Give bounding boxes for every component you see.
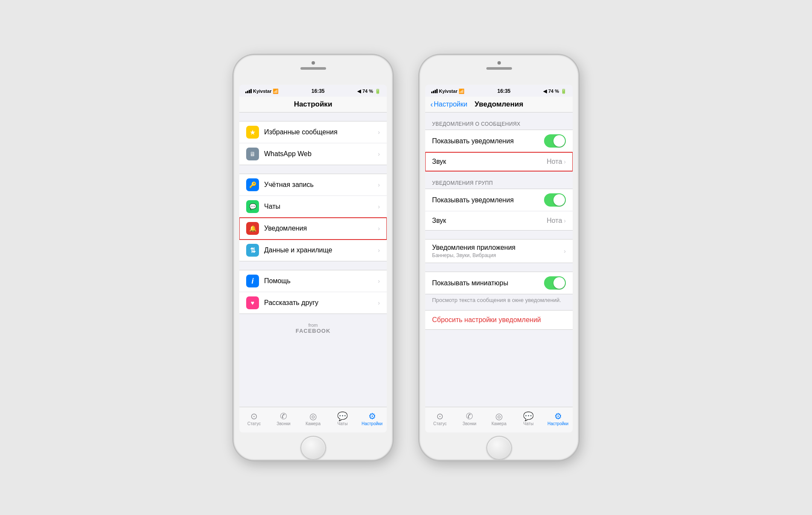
section-2-2: УВЕДОМЛЕНИЯ ГРУПП Показывать уведомления… [425,180,573,231]
chevron-help: › [378,278,380,284]
camera-dot-1 [312,61,315,65]
chevron-group-sound: › [564,217,566,224]
data-icon: ⇅ [246,244,259,257]
list-group-1-1: ★ Избранные сообщения › 🖥 WhatsApp Web › [239,121,387,165]
list-item-whatsapp-web[interactable]: 🖥 WhatsApp Web › [239,143,387,165]
time-1: 16:35 [312,88,325,94]
tab-camera-2[interactable]: ◎ Камера [484,410,514,428]
tab-status-label-2: Статус [433,421,447,426]
tab-status-label-1: Статус [247,421,261,426]
item-label-data: Данные и хранилище [264,246,378,254]
list-item-help[interactable]: i Помощь › [239,270,387,292]
section-label-group: УВЕДОМЛЕНИЯ ГРУПП [425,180,573,189]
chevron-starred: › [378,129,380,136]
tab-chats-1[interactable]: 💬 Чаты [328,410,357,428]
toggle-thumbnails[interactable] [544,276,566,290]
fb-from: from [239,323,387,328]
section-1-2: 🔑 Учётная запись › 💬 Чаты › 🔔 Уведомлени… [239,174,387,261]
tab-settings-label-1: Настройки [362,421,382,426]
back-chevron-icon: ‹ [430,100,433,109]
list-item-app-notif[interactable]: Уведомления приложения Баннеры, Звуки, В… [425,240,573,263]
tab-camera-label-1: Камера [306,421,321,426]
wifi-icon-2: 📶 [459,89,465,94]
tab-chats-2[interactable]: 💬 Чаты [514,410,543,428]
settings-tab-icon-1: ⚙ [368,412,376,420]
item-label-invite: Рассказать другу [264,299,378,307]
chevron-app-notif: › [564,248,566,255]
nav-bar-2: ‹ Настройки Уведомления [425,97,573,112]
list-item-starred[interactable]: ★ Избранные сообщения › [239,121,387,143]
tab-settings-2[interactable]: ⚙ Настройки [543,410,573,428]
carrier-2: Kyivstar [439,89,457,94]
list-group-2-4: Показывать миниатюры [425,272,573,294]
wifi-icon-1: 📶 [273,89,279,94]
list-item-invite[interactable]: ♥ Рассказать другу › [239,292,387,314]
calls-tab-icon-2: ✆ [466,412,473,420]
battery-icon-2: 🔋 [561,89,567,94]
phone-screen-1: Kyivstar 📶 16:35 ◀ 74 % 🔋 Настройки ★ Из… [239,85,387,432]
time-2: 16:35 [497,88,511,94]
thumbnail-description: Просмотр текста сообщения в окне уведомл… [425,294,573,310]
battery-1: 74 % [362,89,373,94]
section-2-1: УВЕДОМЛЕНИЯ О СООБЩЕНИЯХ Показывать увед… [425,121,573,172]
list-item-thumbnails[interactable]: Показывать миниатюры [425,272,573,294]
list-item-account[interactable]: 🔑 Учётная запись › [239,174,387,196]
nav-back-button[interactable]: ‹ Настройки [430,100,467,109]
list-item-chats[interactable]: 💬 Чаты › [239,196,387,218]
section-1-1: ★ Избранные сообщения › 🖥 WhatsApp Web › [239,121,387,165]
tab-settings-1[interactable]: ⚙ Настройки [357,410,387,428]
list-item-data[interactable]: ⇅ Данные и хранилище › [239,240,387,261]
section-1-3: i Помощь › ♥ Рассказать другу › [239,270,387,314]
settings-tab-icon-2: ⚙ [554,412,562,420]
chats-tab-icon-1: 💬 [337,412,348,420]
tab-bar-2: ⊙ Статус ✆ Звонки ◎ Камера 💬 Чаты ⚙ Наст… [425,407,573,432]
list-group-1-3: i Помощь › ♥ Рассказать другу › [239,270,387,314]
home-button-1[interactable] [300,436,326,460]
list-item-sound[interactable]: Звук Нота › [425,152,573,171]
fb-brand: FACEBOOK [239,328,387,334]
tab-settings-label-2: Настройки [547,421,568,426]
tab-calls-1[interactable]: ✆ Звонки [269,410,298,428]
battery-icon-1: 🔋 [375,89,381,94]
chevron-whatsapp-web: › [378,151,380,157]
tab-status-2[interactable]: ⊙ Статус [425,410,455,428]
item-label-starred: Избранные сообщения [264,128,378,136]
tab-status-1[interactable]: ⊙ Статус [239,410,269,428]
status-right-2: ◀ 74 % 🔋 [543,89,567,94]
status-left-1: Kyivstar 📶 [245,89,279,94]
heart-icon: ♥ [246,296,259,309]
item-label-show-group-notif: Показывать уведомления [432,196,544,204]
list-item-show-group-notif[interactable]: Показывать уведомления [425,189,573,211]
item-label-group-sound: Звук [432,217,547,225]
content-2: УВЕДОМЛЕНИЯ О СООБЩЕНИЯХ Показывать увед… [425,112,573,407]
nav-title-1: Настройки [294,100,332,109]
item-label-whatsapp-web: WhatsApp Web [264,150,378,158]
list-item-notifications[interactable]: 🔔 Уведомления › [239,218,387,240]
toggle-show-group-notif[interactable] [544,193,566,207]
status-tab-icon-1: ⊙ [250,412,258,420]
speaker-2 [486,67,512,70]
tab-calls-2[interactable]: ✆ Звонки [455,410,484,428]
toggle-show-notif[interactable] [544,134,566,148]
list-item-group-sound[interactable]: Звук Нота › [425,211,573,230]
home-button-2[interactable] [486,436,512,460]
list-group-2-1: Показывать уведомления Звук Нота › [425,130,573,172]
phone-2: Kyivstar 📶 16:35 ◀ 74 % 🔋 ‹ Настройки Ув… [419,54,579,461]
tab-camera-1[interactable]: ◎ Камера [298,410,328,428]
status-right-1: ◀ 74 % 🔋 [357,89,381,94]
chat-icon: 💬 [246,200,259,213]
status-bar-2: Kyivstar 📶 16:35 ◀ 74 % 🔋 [425,85,573,97]
signal-bars-2 [431,89,438,93]
thumbnail-desc-text: Просмотр текста сообщения в окне уведомл… [432,297,561,303]
tab-chats-label-2: Чаты [524,421,534,426]
item-label-show-notif: Показывать уведомления [432,137,544,145]
list-group-2-5: Сбросить настройки уведомлений [425,310,573,330]
chevron-chats: › [378,203,380,210]
calls-tab-icon-1: ✆ [280,412,287,420]
chevron-account: › [378,181,380,188]
phone-top-1 [234,55,392,70]
item-label-sound: Звук [432,158,547,166]
toggle-knob-show-notif [553,135,565,147]
list-item-reset[interactable]: Сбросить настройки уведомлений [425,311,573,329]
list-item-show-notif[interactable]: Показывать уведомления [425,130,573,152]
